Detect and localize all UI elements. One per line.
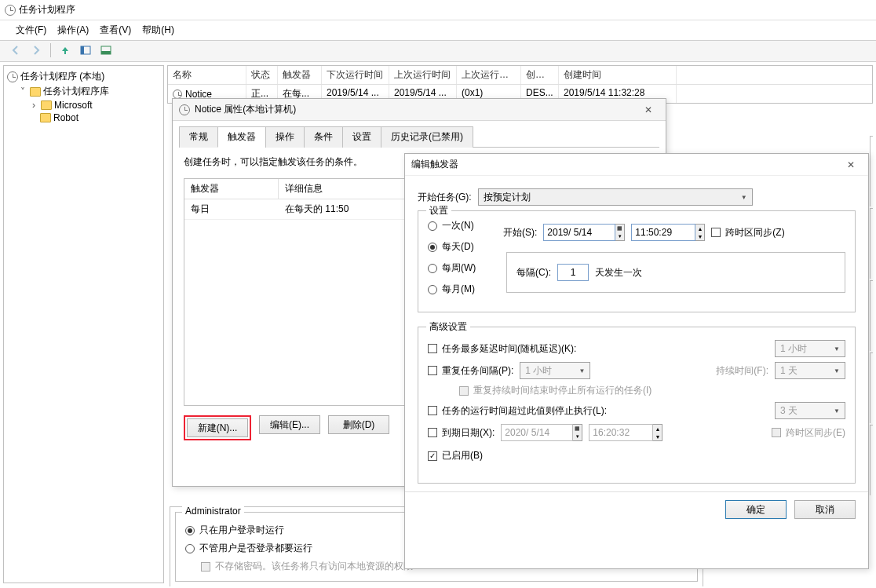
tab-general[interactable]: 常规 xyxy=(179,126,218,148)
freq-weekly[interactable]: 每周(W) xyxy=(428,261,498,275)
toolbar-separator xyxy=(50,43,51,57)
col-status[interactable]: 状态 xyxy=(246,66,278,84)
time-spinner: ▲▼ xyxy=(653,424,662,441)
close-button[interactable]: ✕ xyxy=(840,159,862,170)
tree-library[interactable]: ˅ 任务计划程序库 xyxy=(7,84,160,99)
up-button[interactable] xyxy=(57,42,73,58)
new-button[interactable]: 新建(N)... xyxy=(187,418,248,437)
dialog-titlebar: Notice 属性(本地计算机) ✕ xyxy=(173,99,666,121)
checkbox-icon xyxy=(428,406,437,415)
every-suffix: 天发生一次 xyxy=(595,266,642,279)
stop-if-checkbox[interactable]: 任务的运行时间超过此值则停止执行(L): xyxy=(428,404,607,418)
date-picker-button[interactable]: ▦▼ xyxy=(615,224,625,241)
tab-conditions[interactable]: 条件 xyxy=(304,126,343,148)
begin-task-label: 开始任务(G): xyxy=(418,191,472,204)
enabled-checkbox[interactable]: 已启用(B) xyxy=(428,449,483,462)
radio-icon xyxy=(185,544,195,553)
run-any-radio[interactable]: 不管用户是否登录都要运行 xyxy=(185,542,312,555)
folder-icon xyxy=(30,87,41,97)
tree-root[interactable]: 任务计划程序 (本地) xyxy=(7,69,160,84)
tree-microsoft[interactable]: › Microsoft xyxy=(7,99,160,111)
clock-icon xyxy=(173,89,182,99)
dialog-title: 编辑触发器 xyxy=(411,158,458,171)
folder-icon xyxy=(40,113,51,122)
cancel-button[interactable]: 取消 xyxy=(794,500,856,519)
folder-icon xyxy=(41,100,52,110)
tabs: 常规 触发器 操作 条件 设置 历史记录(已禁用) xyxy=(179,126,659,148)
advanced-fieldset: 高级设置 任务最多延迟时间(随机延迟)(K): 1 小时▼ 重复任务间隔(P):… xyxy=(418,327,856,484)
collapse-icon[interactable]: ˅ xyxy=(18,86,27,97)
delay-checkbox[interactable]: 任务最多延迟时间(随机延迟)(K): xyxy=(428,342,576,356)
trigger-cell: 每日 xyxy=(184,199,279,219)
recurrence-box: 每隔(C): 1 天发生一次 xyxy=(506,252,845,293)
stop-if-select: 3 天▼ xyxy=(775,402,845,419)
start-label: 开始(S): xyxy=(503,226,537,239)
menu-view[interactable]: 查看(V) xyxy=(100,24,131,37)
every-label: 每隔(C): xyxy=(516,266,551,279)
checkbox-icon xyxy=(201,562,210,572)
freq-daily[interactable]: 每天(D) xyxy=(428,240,498,254)
svg-rect-3 xyxy=(101,51,111,54)
repeat-checkbox[interactable]: 重复任务间隔(P): xyxy=(428,364,513,378)
radio-icon xyxy=(428,285,437,294)
close-button[interactable]: ✕ xyxy=(637,104,659,115)
tree-library-label: 任务计划程序库 xyxy=(43,85,109,98)
advanced-legend: 高级设置 xyxy=(426,320,470,334)
dialog-title: Notice 属性(本地计算机) xyxy=(195,103,296,116)
radio-icon xyxy=(428,221,437,231)
tab-history[interactable]: 历史记录(已禁用) xyxy=(381,126,473,148)
expire-time-input: 16:20:32 xyxy=(589,424,653,441)
radio-icon xyxy=(185,526,195,535)
run-logged-in-radio[interactable]: 只在用户登录时运行 xyxy=(185,524,284,537)
checkbox-icon xyxy=(428,451,437,461)
duration-select: 1 天▼ xyxy=(775,362,845,379)
ok-button[interactable]: 确定 xyxy=(725,500,787,519)
panel-button-1[interactable] xyxy=(78,42,93,58)
col-creator[interactable]: 创建者 xyxy=(521,66,559,84)
checkbox-icon xyxy=(428,344,437,353)
expire-date-input: 2020/ 5/14 xyxy=(501,424,573,441)
col-name[interactable]: 名称 xyxy=(168,66,246,84)
delete-button[interactable]: 删除(D) xyxy=(328,415,389,434)
forward-button[interactable] xyxy=(28,42,44,58)
th-trigger[interactable]: 触发器 xyxy=(184,179,279,199)
no-store-pw-checkbox: 不存储密码。该任务将只有访问本地资源的权限 xyxy=(201,560,413,573)
col-result[interactable]: 上次运行结果 xyxy=(457,66,521,84)
col-trigger[interactable]: 触发器 xyxy=(278,66,322,84)
tree-robot[interactable]: Robot xyxy=(7,111,160,124)
freq-once[interactable]: 一次(N) xyxy=(428,219,498,232)
menubar: 文件(F) 操作(A) 查看(V) 帮助(H) xyxy=(0,20,876,40)
menu-action[interactable]: 操作(A) xyxy=(57,24,89,37)
checkbox-icon xyxy=(428,428,437,437)
edit-button[interactable]: 编辑(E)... xyxy=(259,415,320,434)
checkbox-icon xyxy=(459,386,469,396)
col-ctime[interactable]: 创建时间 xyxy=(559,66,677,84)
start-date-input[interactable]: 2019/ 5/14 xyxy=(543,224,615,241)
tab-settings[interactable]: 设置 xyxy=(342,126,381,148)
grid-header: 名称 状态 触发器 下次运行时间 上次运行时间 上次运行结果 创建者 创建时间 xyxy=(168,66,872,85)
stop-all-checkbox: 重复持续时间结束时停止所有运行的任务(I) xyxy=(459,384,652,397)
clock-icon xyxy=(7,71,18,82)
col-next[interactable]: 下次运行时间 xyxy=(322,66,389,84)
checkbox-icon xyxy=(772,428,781,437)
sync-tz-checkbox[interactable]: 跨时区同步(Z) xyxy=(711,226,784,239)
start-time-input[interactable]: 11:50:29 xyxy=(631,224,695,241)
expire-checkbox[interactable]: 到期日期(X): xyxy=(428,426,495,440)
repeat-select: 1 小时▼ xyxy=(520,362,590,379)
menu-help[interactable]: 帮助(H) xyxy=(142,24,174,37)
tab-actions[interactable]: 操作 xyxy=(265,126,305,148)
menu-file[interactable]: 文件(F) xyxy=(16,24,46,37)
checkbox-icon xyxy=(711,228,721,237)
time-spinner[interactable]: ▲▼ xyxy=(695,224,705,241)
expand-icon[interactable]: › xyxy=(29,100,38,111)
clock-icon xyxy=(179,104,190,115)
freq-monthly[interactable]: 每月(M) xyxy=(428,283,498,296)
tab-triggers[interactable]: 触发器 xyxy=(217,126,266,148)
date-picker-button: ▦▼ xyxy=(573,424,582,441)
every-input[interactable]: 1 xyxy=(557,264,589,281)
panel-button-2[interactable] xyxy=(98,42,114,58)
back-button[interactable] xyxy=(8,42,24,58)
tree-microsoft-label: Microsoft xyxy=(54,100,93,111)
col-last[interactable]: 上次运行时间 xyxy=(389,66,457,84)
begin-task-select[interactable]: 按预定计划 ▼ xyxy=(478,188,753,206)
